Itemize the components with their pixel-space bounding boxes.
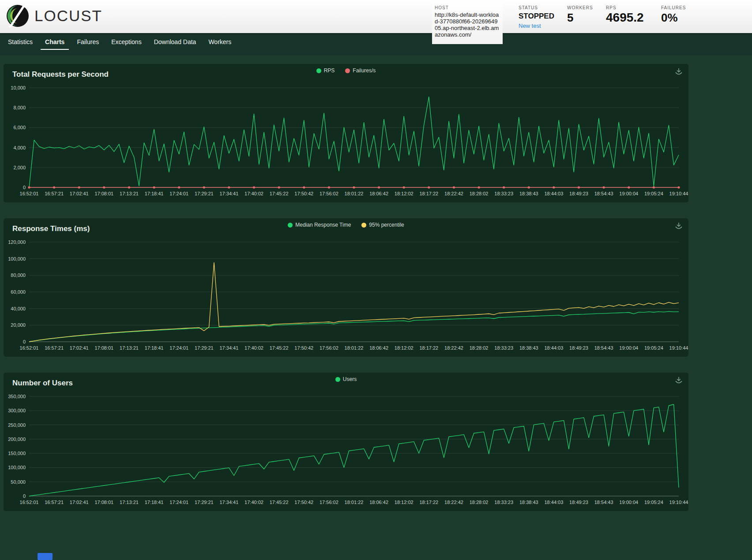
svg-text:18:33:23: 18:33:23 (494, 500, 513, 505)
tab-failures[interactable]: Failures (72, 33, 103, 50)
svg-text:17:56:02: 17:56:02 (320, 191, 338, 196)
svg-text:17:13:21: 17:13:21 (120, 191, 139, 196)
svg-text:19:05:24: 19:05:24 (644, 191, 663, 196)
svg-text:18:01:22: 18:01:22 (345, 500, 364, 505)
svg-text:18:49:23: 18:49:23 (569, 191, 588, 196)
rps-label: RPS (606, 5, 644, 10)
new-test-link[interactable]: New test (519, 22, 554, 29)
legend-item[interactable]: RPS (316, 67, 335, 74)
tab-download-data[interactable]: Download Data (150, 33, 201, 50)
svg-text:350,000: 350,000 (8, 394, 26, 399)
download-chart-icon[interactable] (674, 67, 683, 76)
svg-text:19:10:44: 19:10:44 (669, 500, 688, 505)
svg-text:20,000: 20,000 (11, 322, 26, 328)
legend-item[interactable]: Failures/s (345, 67, 376, 74)
svg-text:18:44:03: 18:44:03 (545, 500, 564, 505)
svg-text:17:45:22: 17:45:22 (270, 191, 289, 196)
app-header: LOCUST HOST http://k8s-default-workload-… (0, 0, 752, 33)
svg-text:18:54:43: 18:54:43 (594, 500, 613, 505)
svg-text:18:28:02: 18:28:02 (470, 500, 489, 505)
tab-statistics[interactable]: Statistics (4, 33, 37, 50)
svg-text:18:06:42: 18:06:42 (369, 500, 388, 505)
partial-blue-element (38, 553, 53, 560)
legend-dot (335, 377, 340, 382)
svg-text:17:18:41: 17:18:41 (145, 191, 164, 196)
chart-panel-response-times: Response Times (ms) Median Response Time… (4, 218, 688, 357)
chart-legend: RPSFailures/s (4, 67, 688, 74)
svg-text:300,000: 300,000 (8, 408, 26, 413)
workers-value: 5 (567, 11, 593, 25)
svg-text:40,000: 40,000 (11, 306, 26, 311)
svg-text:18:33:23: 18:33:23 (494, 345, 513, 351)
chart-svg: 02,0004,0006,0008,00010,00016:52:0116:57… (8, 83, 684, 200)
svg-text:16:57:21: 16:57:21 (45, 191, 64, 196)
failures-stat: FAILURES 0% (661, 5, 686, 25)
svg-text:18:54:43: 18:54:43 (594, 191, 613, 196)
svg-text:4,000: 4,000 (13, 145, 26, 150)
svg-text:17:08:01: 17:08:01 (94, 345, 113, 351)
svg-text:17:18:41: 17:18:41 (145, 500, 164, 505)
chart-canvas-users[interactable]: 050,000100,000150,000200,000250,000300,0… (8, 392, 684, 508)
chart-legend: Median Response Time95% percentile (4, 222, 688, 228)
tab-workers[interactable]: Workers (204, 33, 236, 50)
failures-label: FAILURES (661, 5, 686, 10)
svg-text:18:17:22: 18:17:22 (419, 345, 438, 351)
svg-text:18:12:02: 18:12:02 (395, 500, 414, 505)
main-nav: Statistics Charts Failures Exceptions Do… (0, 33, 752, 55)
svg-text:18:49:23: 18:49:23 (569, 345, 588, 351)
svg-text:150,000: 150,000 (8, 451, 26, 456)
legend-label: Median Response Time (295, 222, 351, 228)
legend-dot (361, 223, 366, 228)
svg-text:60,000: 60,000 (11, 289, 26, 295)
tab-exceptions[interactable]: Exceptions (107, 33, 146, 50)
svg-text:17:50:42: 17:50:42 (294, 345, 313, 351)
chart-svg: 020,00040,00060,00080,000100,000120,0001… (8, 238, 684, 354)
download-chart-icon[interactable] (674, 376, 683, 385)
brand-title: LOCUST (34, 7, 102, 25)
svg-text:18:44:03: 18:44:03 (545, 345, 564, 351)
svg-text:18:06:42: 18:06:42 (369, 191, 388, 196)
svg-text:18:17:22: 18:17:22 (419, 500, 438, 505)
chart-canvas-response-times[interactable]: 020,00040,00060,00080,000100,000120,0001… (8, 238, 684, 354)
svg-text:18:22:42: 18:22:42 (444, 500, 463, 505)
svg-text:200,000: 200,000 (8, 437, 26, 442)
svg-text:17:56:02: 17:56:02 (320, 500, 338, 505)
svg-text:18:28:02: 18:28:02 (470, 345, 489, 351)
svg-text:17:13:21: 17:13:21 (120, 500, 139, 505)
download-chart-icon[interactable] (674, 222, 683, 231)
svg-text:18:44:03: 18:44:03 (545, 191, 564, 196)
rps-value: 4695.2 (606, 11, 644, 25)
tab-charts[interactable]: Charts (41, 33, 69, 50)
chart-canvas-rps[interactable]: 02,0004,0006,0008,00010,00016:52:0116:57… (8, 83, 684, 200)
svg-text:18:49:23: 18:49:23 (569, 500, 588, 505)
svg-text:18:28:02: 18:28:02 (470, 191, 489, 196)
svg-text:0: 0 (23, 493, 26, 499)
legend-item[interactable]: Users (335, 376, 357, 382)
legend-item[interactable]: Median Response Time (288, 222, 351, 228)
svg-text:0: 0 (23, 185, 26, 190)
charts-content: Total Requests per Second RPSFailures/s … (0, 64, 692, 511)
svg-text:17:02:41: 17:02:41 (70, 500, 89, 505)
svg-text:17:02:41: 17:02:41 (70, 345, 89, 351)
svg-text:16:52:01: 16:52:01 (20, 500, 39, 505)
svg-text:17:34:41: 17:34:41 (220, 191, 239, 196)
host-label: HOST (435, 5, 499, 10)
legend-item[interactable]: 95% percentile (361, 222, 404, 228)
svg-text:16:57:21: 16:57:21 (45, 345, 64, 351)
svg-text:17:18:41: 17:18:41 (145, 345, 164, 351)
svg-text:19:00:04: 19:00:04 (619, 345, 638, 351)
svg-text:17:50:42: 17:50:42 (294, 191, 313, 196)
legend-label: Failures/s (353, 67, 376, 74)
svg-text:120,000: 120,000 (8, 239, 26, 245)
svg-text:17:24:01: 17:24:01 (169, 191, 188, 196)
svg-text:18:38:43: 18:38:43 (519, 345, 538, 351)
svg-text:50,000: 50,000 (11, 479, 26, 485)
svg-text:80,000: 80,000 (11, 273, 26, 278)
svg-text:18:38:43: 18:38:43 (519, 500, 538, 505)
svg-text:100,000: 100,000 (8, 465, 26, 470)
svg-text:17:34:41: 17:34:41 (220, 345, 239, 351)
status-value: STOPPED (519, 12, 554, 21)
workers-label: WORKERS (567, 5, 593, 10)
locust-logo[interactable]: LOCUST (6, 4, 102, 27)
svg-text:18:12:02: 18:12:02 (395, 345, 414, 351)
